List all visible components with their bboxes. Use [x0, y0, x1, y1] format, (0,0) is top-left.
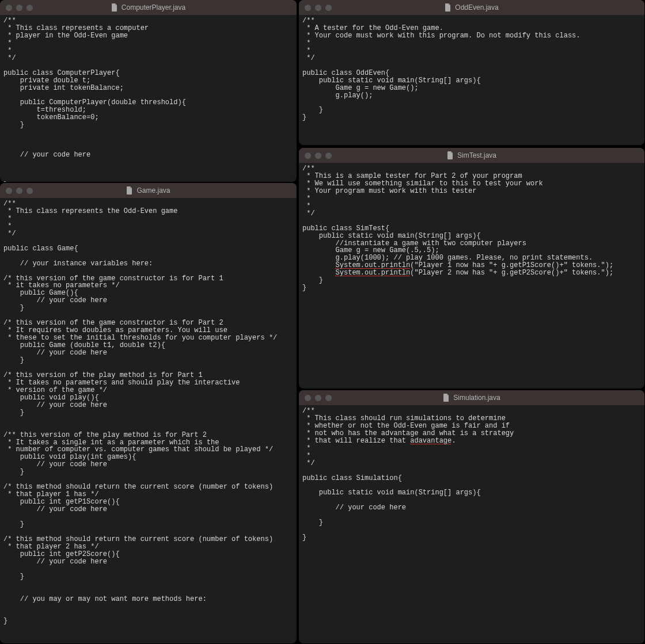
- document-icon: [447, 151, 454, 159]
- code-text: . * * */ public class Simulation{ public…: [302, 437, 481, 542]
- code-text: /** * This class should run simulations …: [302, 407, 514, 445]
- minimize-icon[interactable]: [315, 5, 321, 11]
- titlebar[interactable]: Game.java: [0, 183, 297, 198]
- spellcheck-squiggle: adavantage: [410, 437, 451, 445]
- titlebar[interactable]: Simulation.java: [299, 390, 644, 405]
- close-icon[interactable]: [305, 153, 311, 159]
- window-game: Game.java /** * This class represents th…: [0, 183, 297, 643]
- window-title: ComputerPlayer.java: [122, 3, 185, 12]
- minimize-icon[interactable]: [315, 395, 321, 401]
- code-content[interactable]: /** * A tester for the Odd-Even game. * …: [299, 15, 644, 127]
- code-content[interactable]: /** * This class represents a computer *…: [0, 15, 297, 182]
- code-content[interactable]: /** * This class represents the Odd-Even…: [0, 198, 297, 631]
- code-text: /** * This is a sample tester for Part 2…: [302, 165, 593, 269]
- window-simulation: Simulation.java /** * This class should …: [299, 390, 644, 643]
- spellcheck-squiggle: System.out.println: [336, 261, 411, 269]
- minimize-icon[interactable]: [16, 188, 22, 194]
- spellcheck-squiggle: System.out.println: [336, 269, 411, 277]
- window-title: Simulation.java: [453, 394, 500, 402]
- window-simtest: SimTest.java /** * This is a sample test…: [299, 148, 644, 388]
- traffic-lights: [6, 5, 33, 11]
- traffic-lights: [305, 395, 332, 401]
- titlebar[interactable]: SimTest.java: [299, 148, 644, 163]
- document-icon: [445, 3, 451, 12]
- traffic-lights: [6, 188, 33, 194]
- close-icon[interactable]: [6, 5, 12, 11]
- maximize-icon[interactable]: [26, 188, 33, 194]
- document-icon: [126, 186, 133, 195]
- minimize-icon[interactable]: [315, 153, 321, 159]
- window-title-wrap: OddEven.java: [299, 3, 644, 12]
- window-title-wrap: Simulation.java: [299, 394, 644, 402]
- window-title: OddEven.java: [455, 3, 498, 12]
- minimize-icon[interactable]: [16, 5, 22, 11]
- document-icon: [443, 394, 450, 402]
- traffic-lights: [305, 5, 332, 11]
- window-title-wrap: SimTest.java: [299, 151, 644, 159]
- titlebar[interactable]: OddEven.java: [299, 0, 644, 15]
- close-icon[interactable]: [305, 395, 311, 401]
- window-title: Game.java: [136, 186, 170, 195]
- code-content[interactable]: /** * This is a sample tester for Part 2…: [299, 163, 644, 298]
- maximize-icon[interactable]: [26, 5, 33, 11]
- maximize-icon[interactable]: [325, 395, 332, 401]
- close-icon[interactable]: [305, 5, 311, 11]
- code-content[interactable]: /** * This class should run simulations …: [299, 405, 644, 547]
- titlebar[interactable]: ComputerPlayer.java: [0, 0, 297, 15]
- close-icon[interactable]: [6, 188, 12, 194]
- window-title: SimTest.java: [457, 151, 496, 159]
- document-icon: [111, 3, 118, 12]
- window-title-wrap: ComputerPlayer.java: [0, 3, 297, 12]
- maximize-icon[interactable]: [325, 5, 332, 11]
- window-title-wrap: Game.java: [0, 186, 297, 195]
- traffic-lights: [305, 153, 332, 159]
- maximize-icon[interactable]: [325, 153, 332, 159]
- window-computerplayer: ComputerPlayer.java /** * This class rep…: [0, 0, 297, 182]
- window-oddeven: OddEven.java /** * A tester for the Odd-…: [299, 0, 644, 145]
